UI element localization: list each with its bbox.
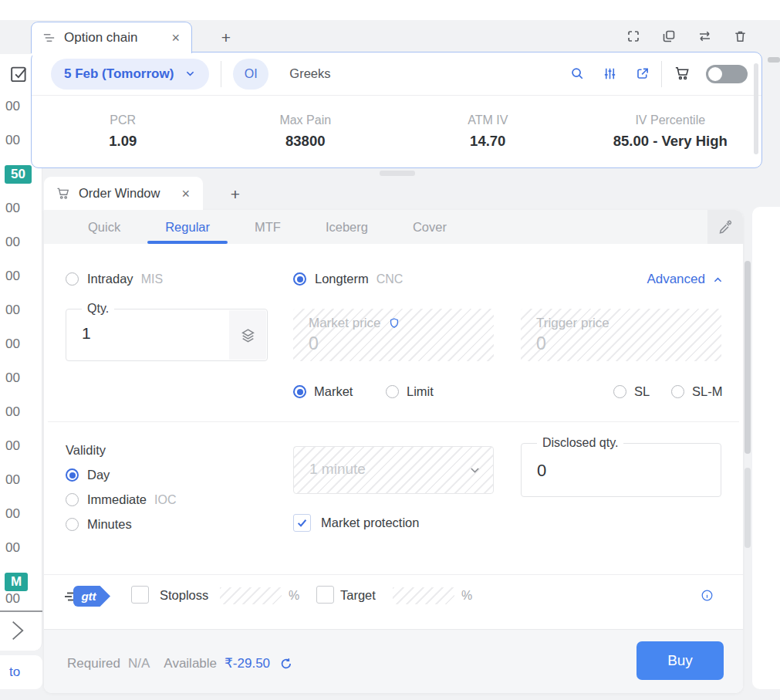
available-value: ₹-29.50 [225,655,270,671]
stat-label: Max Pain [214,113,397,127]
radio-validity-day[interactable]: Day [66,468,110,482]
radio-intraday[interactable]: Intraday MIS [66,272,163,286]
refresh-margin-icon[interactable] [279,657,293,671]
radio-longterm[interactable]: Longterm CNC [293,272,403,286]
panel-scrollbar[interactable] [754,63,758,154]
vertical-scrollbar[interactable] [745,261,751,454]
radio-circle [386,385,399,398]
qty-value: 1 [82,324,91,343]
target-percent-field: % [393,587,472,604]
strike-cell[interactable]: 00 [0,293,42,327]
add-tab-button[interactable]: + [224,183,247,206]
order-form-tab[interactable]: Cover [390,210,469,244]
fullscreen-icon[interactable] [626,29,641,44]
stat-label: IV Percentile [579,113,762,127]
toggle-switch-off[interactable] [706,65,748,83]
vertical-scrollbar[interactable] [745,468,751,548]
radio-market[interactable]: Market [293,384,353,399]
layers-icon[interactable] [229,310,266,360]
search-icon[interactable] [570,66,585,81]
market-price-field-disabled: Market price 0 [293,309,494,361]
strike-cell[interactable]: 00 [0,497,42,531]
strike-cell[interactable]: 00 [0,531,42,565]
strike-cell[interactable]: 00 [0,463,42,497]
app-window: 00 00 50 00 00 00 00 00 00 00 00 00 [0,0,780,700]
tab-option-chain[interactable]: Option chain × [31,22,192,53]
swap-icon[interactable] [697,29,713,44]
order-form-tab[interactable]: Quick [66,210,143,244]
toolbar-divider [661,61,662,87]
order-form-tab[interactable]: Regular [143,210,232,244]
available-label: Available [164,656,217,671]
margin-info: Required N/A Available ₹-29.50 [67,655,293,671]
radio-circle [613,385,626,398]
greeks-toggle[interactable]: Greeks [289,66,330,81]
radio-sl-m[interactable]: SL-M [671,384,722,399]
radio-validity-immediate[interactable]: Immediate IOC [66,492,176,507]
trigger-price-field-disabled: Trigger price 0 [521,309,721,361]
eyedropper-icon[interactable] [707,210,743,244]
gtt-badge: gtt [73,586,110,607]
basket-cart-icon[interactable] [674,65,691,83]
radio-limit[interactable]: Limit [386,384,434,399]
minute-select-disabled: 1 minute [293,446,494,494]
background-panel-edge [752,207,780,689]
expiry-dropdown[interactable]: 5 Feb (Tomorrow) [51,59,209,90]
stoploss-checkbox[interactable] [131,586,149,604]
radio-sl[interactable]: SL [613,384,650,399]
stat: ATM IV 14.70 [397,113,579,150]
strike-cell[interactable]: 00 [0,225,42,259]
stat-label: ATM IV [397,113,579,127]
chevron-right-icon[interactable] [5,617,29,644]
external-link-icon[interactable] [635,66,650,81]
required-label: Required [67,656,120,671]
buy-button[interactable]: Buy [636,641,724,680]
strike-cell[interactable]: 00 [5,591,20,607]
close-icon[interactable]: × [170,31,181,45]
disabled-input [220,587,282,604]
option-chain-stats: PCR 1.09 Max Pain 83800 ATM IV 14.70 IV … [32,96,761,167]
strike-cell[interactable]: 00 [0,361,42,395]
order-form-tab[interactable]: Iceberg [303,210,390,244]
trash-icon[interactable] [733,29,748,44]
order-window-panel: Quick Regular MTF Iceberg Cover Intraday… [44,210,743,693]
disabled-input [393,587,454,604]
gtt-logo: gtt [64,586,110,607]
tab-order-window[interactable]: Order Window × [44,177,203,210]
qty-field[interactable]: Qty. 1 [66,309,268,361]
market-protection-checkbox[interactable]: Market protection [293,514,419,532]
disclosed-qty-field[interactable]: Disclosed qty. 0 [521,443,721,497]
add-tab-button[interactable]: + [214,26,238,49]
minute-select-value: 1 minute [309,461,366,478]
radio-circle [671,385,684,398]
strike-cell[interactable]: 00 [0,191,42,225]
oi-toggle[interactable]: OI [233,59,268,90]
order-form-tab[interactable]: MTF [232,210,303,244]
window-controls [626,29,748,44]
market-price-value: 0 [309,333,319,354]
rail-footer-link[interactable]: to [0,655,42,689]
horizontal-scrollbar[interactable] [768,57,780,63]
advanced-toggle[interactable]: Advanced [647,272,724,287]
radio-validity-minutes[interactable]: Minutes [66,517,132,532]
tab-label: Order Window [79,186,172,201]
trigger-price-value: 0 [536,333,546,354]
duplicate-icon[interactable] [661,29,677,44]
tab-label: Option chain [64,30,162,46]
close-icon[interactable]: × [180,187,191,201]
resize-handle[interactable] [380,171,415,176]
option-chain-toolbar: 5 Feb (Tomorrow) OI Greeks [32,52,761,96]
toolbar-actions [570,66,650,81]
filter-sliders-icon[interactable] [603,66,617,81]
radio-circle [66,493,79,506]
section-divider [48,421,739,422]
target-checkbox[interactable] [316,586,334,604]
strike-cell[interactable]: 00 [0,429,42,463]
market-price-label: Market price [309,316,381,331]
checkbox-column-icon[interactable] [9,63,29,83]
info-icon[interactable] [701,589,714,602]
strike-cell[interactable]: 00 [0,327,42,361]
strike-cell[interactable]: 00 [0,259,42,293]
required-value: N/A [128,656,150,671]
strike-cell[interactable]: 00 [0,395,42,429]
